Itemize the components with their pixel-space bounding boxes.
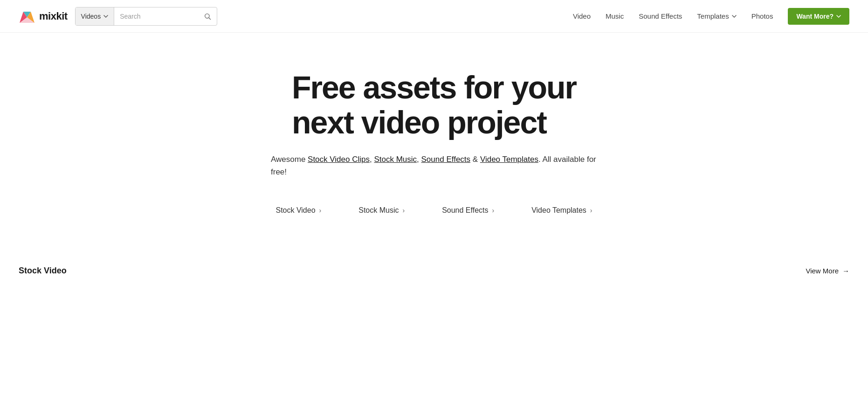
nav-photos[interactable]: Photos (751, 12, 773, 20)
hero-subtitle: Awesome Stock Video Clips, Stock Music, … (271, 153, 597, 178)
main-nav: Video Music Sound Effects Templates Phot… (573, 8, 849, 25)
search-bar: Videos (75, 7, 218, 26)
tab-stock-music[interactable]: Stock Music › (340, 202, 423, 219)
tab-video-templates-chevron: › (590, 207, 592, 214)
subtitle-link-sound-effects[interactable]: Sound Effects (421, 155, 471, 164)
svg-line-5 (209, 18, 211, 20)
search-icon (204, 13, 211, 20)
category-tabs: Stock Video › Stock Music › Sound Effect… (248, 202, 620, 219)
templates-chevron-icon (732, 14, 737, 19)
search-type-label: Videos (81, 13, 101, 20)
search-button[interactable] (198, 7, 217, 25)
tab-stock-video-chevron: › (319, 207, 322, 214)
tab-video-templates[interactable]: Video Templates › (513, 202, 611, 219)
view-more-link[interactable]: View More → (806, 267, 849, 275)
header: mixkit Videos Video Music Sound Effects (0, 0, 868, 33)
dropdown-chevron-icon (103, 14, 108, 19)
search-input[interactable] (114, 7, 198, 25)
want-more-chevron-icon (836, 14, 841, 19)
hero-title: Free assets for your next video project (292, 70, 576, 140)
nav-sound-effects[interactable]: Sound Effects (639, 12, 682, 20)
logo[interactable]: mixkit (19, 8, 68, 25)
tab-stock-music-chevron: › (402, 207, 405, 214)
nav-templates[interactable]: Templates (697, 12, 736, 20)
logo-icon (19, 8, 35, 25)
tab-stock-video[interactable]: Stock Video › (257, 202, 340, 219)
search-type-dropdown[interactable]: Videos (76, 7, 115, 25)
tab-sound-effects-chevron: › (492, 207, 494, 214)
stock-video-section-title: Stock Video (19, 266, 67, 276)
logo-wordmark: mixkit (39, 10, 68, 22)
want-more-button[interactable]: Want More? (788, 8, 849, 25)
nav-music[interactable]: Music (606, 12, 624, 20)
subtitle-link-stock-video[interactable]: Stock Video Clips (308, 155, 370, 164)
subtitle-link-video-templates[interactable]: Video Templates (480, 155, 538, 164)
header-left: mixkit Videos (19, 7, 217, 26)
hero-section: Free assets for your next video project … (0, 33, 868, 266)
view-more-arrow-icon: → (842, 267, 849, 275)
tab-sound-effects[interactable]: Sound Effects › (423, 202, 513, 219)
subtitle-link-stock-music[interactable]: Stock Music (374, 155, 417, 164)
stock-video-section-header: Stock Video View More → (0, 266, 868, 276)
nav-video[interactable]: Video (573, 12, 591, 20)
